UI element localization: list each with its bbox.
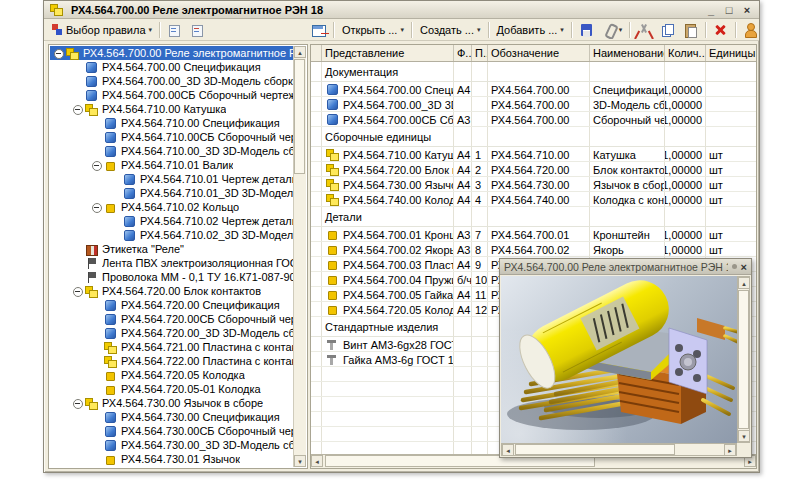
save-icon[interactable] [575, 21, 598, 39]
delete-icon[interactable] [709, 21, 732, 39]
column-header[interactable]: Колич... [665, 45, 706, 61]
tree-item[interactable]: РХ4.564.730.00 Язычок в сборе [50, 396, 293, 410]
table-row[interactable]: РХ4.564.720.00 Блок конта...А42РХ4.564.7… [311, 162, 756, 177]
table-group-row[interactable]: Документация [311, 62, 756, 82]
table-row[interactable]: РХ4.564.700.01 КронштейнА37РХ4.564.700.0… [311, 227, 756, 242]
tree-item[interactable]: РХ4.564.710.00 Спецификация [50, 116, 293, 130]
tree-item-label: РХ4.564.700.00СБ Сборочный чертеж [102, 89, 293, 101]
tree-item[interactable]: РХ4.564.730.00 Спецификация [50, 410, 293, 424]
preview-vertical-scrollbar[interactable]: ▴ ▾ [737, 276, 750, 443]
tree-vertical-scrollbar[interactable]: ▴ ▾ [293, 46, 306, 467]
rule-select-button[interactable]: Выбор правила▾ [46, 21, 156, 39]
paste-icon[interactable] [679, 21, 702, 39]
tree-item[interactable]: РХ4.564.710.02 Чертеж детали [50, 214, 293, 228]
asm-icon [103, 355, 118, 368]
expander-icon[interactable] [92, 159, 103, 172]
create-button[interactable]: Создать ...▾ [415, 22, 485, 38]
close-button[interactable]: × [740, 4, 754, 16]
tree-item[interactable]: Проволока ММ - 0,1 ТУ 16.К71-087-90 [50, 270, 293, 284]
tree-item[interactable]: РХ4.564.710.01_3D 3D-Модель детали [50, 186, 293, 200]
open-button[interactable]: Открыть ...▾ [337, 22, 408, 38]
cell-designation: РХ4.564.730.00 [488, 177, 590, 191]
tree-item[interactable]: РХ4.564.730.02 Опора [50, 466, 293, 467]
expander-icon[interactable] [92, 201, 103, 214]
representation-text: Винт АМ3-6gх28 ГОСТ 1747... [343, 339, 454, 351]
tree-scroll-thumb[interactable] [294, 59, 305, 174]
column-header[interactable]: П... [472, 45, 488, 61]
column-header[interactable]: Представление [322, 45, 454, 61]
tree-item[interactable]: РХ4.564.720.00 Спецификация [50, 298, 293, 312]
tree-item[interactable]: Этикетка "Реле" [50, 242, 293, 256]
cut-icon[interactable] [633, 21, 656, 39]
expander-icon[interactable] [73, 103, 84, 116]
tree-item[interactable]: РХ4.564.720.05 Колодка [50, 368, 293, 382]
expander-icon[interactable] [73, 285, 84, 298]
cell-format: б/ч [454, 272, 472, 286]
cell-representation: РХ4.564.740.00 Колодка с ... [322, 192, 454, 206]
table-row[interactable]: РХ4.564.700.00СБ Сборочн...А3РХ4.564.700… [311, 112, 756, 127]
tree-item[interactable]: РХ4.564.710.01 Валик [50, 158, 293, 172]
card-icon[interactable] [307, 21, 330, 39]
tree-item-label: РХ4.564.710.02_3D 3D-Модель детали [140, 229, 293, 241]
tree-item[interactable]: РХ4.564.710.00 Катушка [50, 102, 293, 116]
tree-item[interactable]: Лента ПВХ электроизоляционная ГОСТ ... [50, 256, 293, 270]
3d-viewport[interactable] [501, 276, 737, 443]
column-header[interactable]: Ф... [454, 45, 472, 61]
pin-icon[interactable] [732, 264, 737, 269]
expander-icon[interactable] [73, 397, 84, 410]
scroll-down-icon[interactable]: ▾ [294, 455, 306, 467]
tree-item[interactable]: РХ4.564.720.00_3D 3D-Модель сборки [50, 326, 293, 340]
dropdown-arrow-icon: ▾ [400, 26, 404, 34]
tree-item[interactable]: РХ4.564.700.00_3D 3D-Модель сборки [50, 74, 293, 88]
tree-item[interactable]: РХ4.564.700.00 Спецификация [50, 60, 293, 74]
view-tree-icon[interactable] [163, 21, 186, 39]
table-row[interactable]: РХ4.564.700.00 Специфика...А4РХ4.564.700… [311, 82, 756, 97]
tree-item[interactable]: РХ4.564.700.00СБ Сборочный чертеж [50, 88, 293, 102]
scroll-up-icon[interactable]: ▴ [294, 46, 306, 58]
table-row[interactable]: РХ4.564.730.00 Язычок в с...А43РХ4.564.7… [311, 177, 756, 192]
tree-item[interactable]: РХ4.564.721.00 Пластина с контактом [50, 340, 293, 354]
column-header[interactable]: Наименование [590, 45, 665, 61]
scroll-left-icon[interactable]: ◂ [502, 444, 514, 456]
tree-item[interactable]: РХ4.564.720.05-01 Колодка [50, 382, 293, 396]
scroll-down-icon[interactable]: ▾ [738, 430, 750, 442]
scroll-up-icon[interactable]: ▴ [738, 277, 750, 289]
maximize-button[interactable]: □ [722, 4, 736, 16]
tree-item[interactable]: РХ4.564.730.00СБ Сборочный чертеж [50, 424, 293, 438]
tree-item[interactable]: РХ4.564.730.01 Язычок [50, 452, 293, 466]
minimize-button[interactable]: _ [704, 4, 718, 16]
attach-icon[interactable]: ▾ [598, 21, 627, 39]
preview-vscroll-thumb[interactable] [738, 290, 749, 429]
table-row[interactable]: РХ4.564.700.02 ЯкорьА38РХ4.564.700.02Яко… [311, 242, 756, 257]
tree-item[interactable]: РХ4.564.720.00 Блок контактов [50, 284, 293, 298]
tree-item[interactable]: РХ4.564.710.01 Чертеж детали [50, 172, 293, 186]
tree-item[interactable]: РХ4.564.710.00СБ Сборочный чертеж [50, 130, 293, 144]
cell-quantity: 1,00000 [665, 242, 706, 256]
table-row[interactable]: РХ4.564.700.00_3D 3D-Мод...РХ4.564.700.0… [311, 97, 756, 112]
add-button[interactable]: Добавить ...▾ [492, 22, 568, 38]
preview-hscroll-thumb[interactable] [515, 444, 675, 455]
table-row[interactable]: РХ4.564.710.00 КатушкаА41РХ4.564.710.00К… [311, 147, 756, 162]
preview-close-button[interactable]: × [741, 261, 747, 273]
expander-spacer [73, 61, 84, 74]
tree-item[interactable]: РХ4.564.720.00СБ Сборочный чертеж [50, 312, 293, 326]
tree-item[interactable]: РХ4.564.730.00_3D 3D-Модель сборки [50, 438, 293, 452]
preview-horizontal-scrollbar[interactable]: ◂ ▸ [501, 443, 737, 456]
expander-icon[interactable] [54, 47, 65, 60]
representation-text: РХ4.564.720.05 Колодка [343, 304, 454, 316]
tree-item[interactable]: РХ4.564.722.00 Пластина с контактом [50, 354, 293, 368]
user-icon[interactable] [739, 21, 757, 39]
column-header[interactable]: Обозначение [488, 45, 590, 61]
scroll-left-icon[interactable]: ◂ [311, 455, 323, 467]
copy-icon[interactable] [656, 21, 679, 39]
table-group-row[interactable]: Сборочные единицы [311, 127, 756, 147]
column-header[interactable]: Единицы изм [706, 45, 756, 61]
tree-item[interactable]: РХ4.564.710.02 Кольцо [50, 200, 293, 214]
table-group-row[interactable]: Детали [311, 207, 756, 227]
view-list-icon[interactable] [186, 21, 209, 39]
tree-item[interactable]: РХ4.564.710.00_3D 3D-Модель сборки [50, 144, 293, 158]
table-row[interactable]: РХ4.564.740.00 Колодка с ...А44РХ4.564.7… [311, 192, 756, 207]
scroll-right-icon[interactable]: ▸ [724, 444, 736, 456]
tree-item[interactable]: РХ4.564.700.00 Реле электромагнитное РЭН… [50, 46, 293, 60]
tree-item[interactable]: РХ4.564.710.02_3D 3D-Модель детали [50, 228, 293, 242]
